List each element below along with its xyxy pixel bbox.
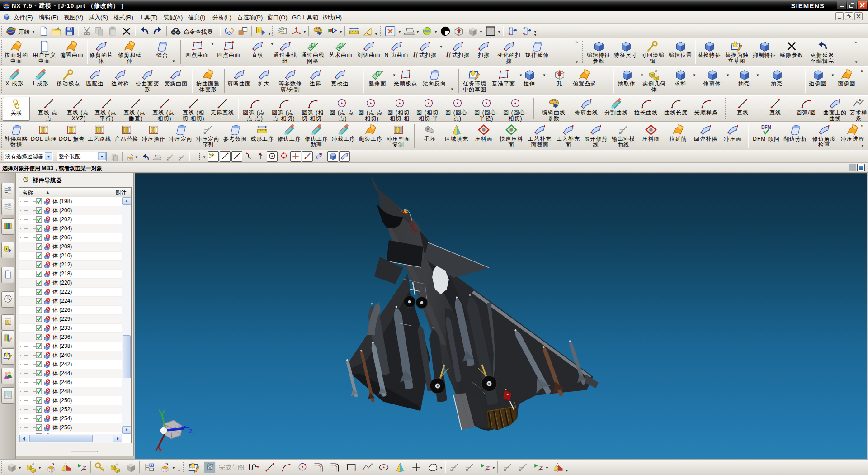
svg-text:x: x (159, 447, 162, 454)
svg-text:Z: Z (189, 428, 193, 435)
